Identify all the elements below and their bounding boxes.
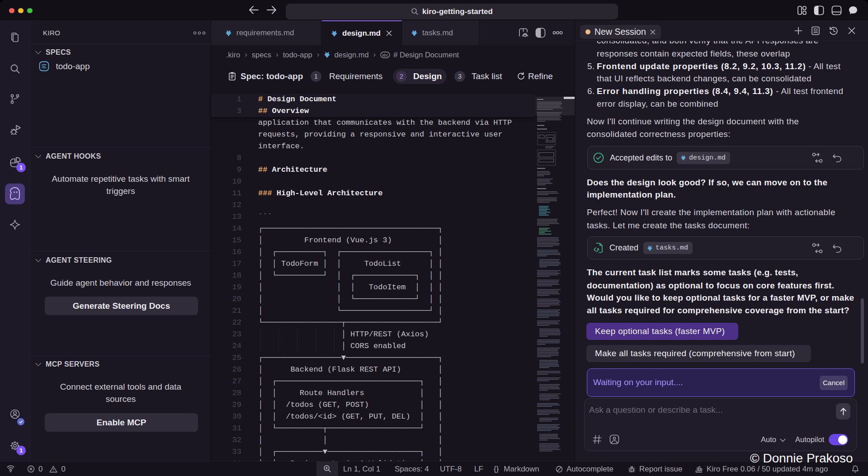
svg-text:abc: abc	[382, 52, 388, 57]
